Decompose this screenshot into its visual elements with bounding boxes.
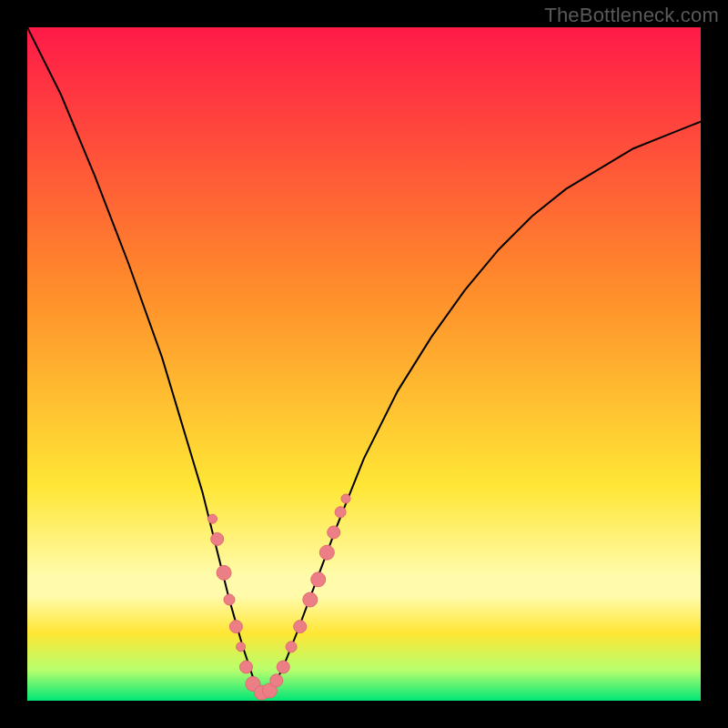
- watermark-text: TheBottleneck.com: [544, 4, 719, 27]
- plot-area: [27, 27, 701, 701]
- chart-frame: TheBottleneck.com: [0, 0, 728, 728]
- data-dot: [286, 642, 297, 652]
- data-dot: [229, 621, 242, 633]
- data-dot: [328, 526, 340, 539]
- curve-layer: [27, 27, 701, 701]
- data-dot: [335, 507, 346, 518]
- data-dot: [319, 545, 334, 560]
- data-dot: [341, 494, 350, 503]
- data-dot: [224, 594, 235, 605]
- data-dot: [303, 592, 318, 607]
- data-dot: [240, 661, 253, 673]
- data-dot: [270, 674, 283, 687]
- data-dot: [211, 532, 224, 545]
- data-dots: [208, 494, 351, 700]
- data-dot: [277, 661, 289, 673]
- bottleneck-curve: [27, 27, 701, 694]
- data-dot: [208, 514, 217, 523]
- data-dot: [217, 565, 231, 580]
- data-dot: [294, 621, 307, 633]
- data-dot: [237, 642, 246, 652]
- data-dot: [311, 572, 326, 587]
